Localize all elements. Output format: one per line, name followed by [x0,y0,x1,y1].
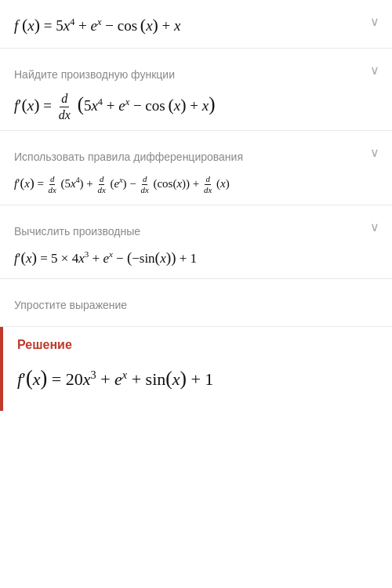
simplify-label-section: Упростите выражение [0,279,392,327]
step1-label: Найдите производную функции [14,67,378,83]
step1-math: f′(x) = d dx (5x4 + ex − cos (x) + x) [14,88,378,123]
original-function-section: f (x) = 5x4 + ex − cos (x) + x ∨ [0,0,392,49]
solution-label: Решение [17,338,378,352]
step3-section: Вычислить производные f′(x) = 5 × 4x3 + … [0,205,392,279]
chevron-icon-1[interactable]: ∨ [370,63,379,78]
step2-section: Использовать правила дифференцирования f… [0,131,392,205]
solution-section: Решение f′(x) = 20x3 + ex + sin(x) + 1 [0,327,392,412]
step3-math: f′(x) = 5 × 4x3 + ex − (−sin(x)) + 1 [14,245,378,270]
chevron-icon-3[interactable]: ∨ [370,220,379,234]
step1-section: Найдите производную функции f′(x) = d dx… [0,49,392,131]
step2-label: Использовать правила дифференцирования [14,150,378,165]
step3-label: Вычислить производные [14,224,378,240]
solution-math: f′(x) = 20x3 + ex + sin(x) + 1 [17,360,378,397]
chevron-icon-2[interactable]: ∨ [370,145,379,160]
original-function-math: f (x) = 5x4 + ex − cos (x) + x [14,11,378,40]
chevron-icon-0[interactable]: ∨ [370,14,379,29]
simplify-label: Упростите выражение [14,298,378,314]
step2-math: f′(x) = d dx (5x4) + d dx (ex) − d dx (c… [14,170,378,198]
